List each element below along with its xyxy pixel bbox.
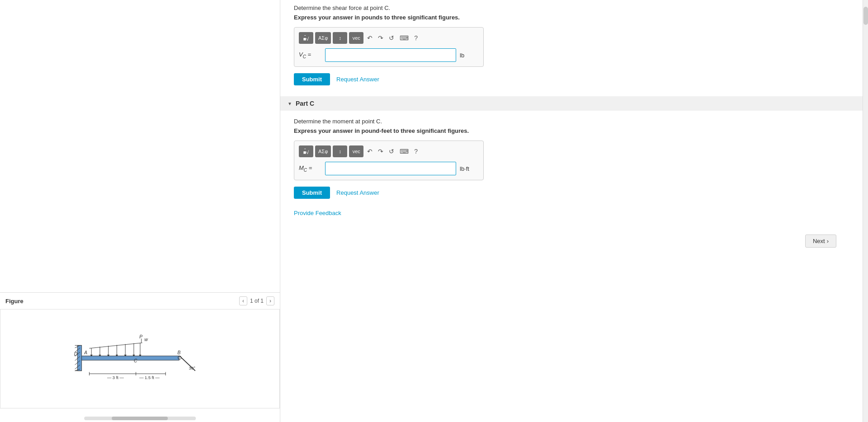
partb-request-answer-link[interactable]: Request Answer <box>336 76 379 83</box>
partc-toolbar-fraction-btn[interactable]: ■̄√ <box>299 145 313 157</box>
partb-unit: lb <box>460 52 464 59</box>
partb-refresh-btn[interactable]: ↺ <box>387 32 396 44</box>
beam-diagram: D A C B <box>68 321 212 389</box>
partb-submit-button[interactable]: Submit <box>294 73 330 85</box>
svg-text:D: D <box>74 352 77 356</box>
partb-help-btn[interactable]: ? <box>412 32 420 44</box>
partc-submit-button[interactable]: Submit <box>294 187 330 199</box>
bottom-navigation: Next › <box>294 234 854 248</box>
svg-text:B: B <box>177 350 180 355</box>
figure-section: Figure ‹ 1 of 1 › <box>0 292 280 408</box>
partc-toolbar-vec-btn[interactable]: vec <box>349 145 363 157</box>
next-chevron-icon: › <box>827 238 829 244</box>
svg-text:— 3 ft —: — 3 ft — <box>107 375 124 380</box>
figure-page-indicator: 1 of 1 <box>250 298 264 304</box>
figure-nav: ‹ 1 of 1 › <box>239 296 274 305</box>
figure-image-container: D A C B <box>0 309 279 400</box>
partc-toolbar: ■̄√ ΑΣφ ↕ vec ↶ ↷ <box>299 145 479 157</box>
partb-input-label: VC = <box>299 51 321 59</box>
figure-next-button[interactable]: › <box>266 296 274 305</box>
partc-toolbar-arrow-btn[interactable]: ↕ <box>333 145 347 157</box>
figure-header: Figure ‹ 1 of 1 › <box>0 292 280 309</box>
partc-help-btn[interactable]: ? <box>412 145 420 157</box>
partb-input-row: VC = lb <box>299 48 479 62</box>
svg-text:30°: 30° <box>189 366 195 370</box>
partc-label: Part C <box>296 100 314 107</box>
partb-toolbar-vec-btn[interactable]: vec <box>349 32 363 44</box>
partb-math-container: ■̄√ ΑΣφ ↕ vec ↶ ↷ <box>294 27 484 67</box>
svg-text:P: P <box>139 334 142 339</box>
partb-question1: Determine the shear force at point C. <box>294 5 854 11</box>
svg-text:— 1.5 ft —: — 1.5 ft — <box>139 375 160 380</box>
svg-rect-10 <box>81 356 179 360</box>
svg-text:w: w <box>144 337 148 342</box>
part-c-section: Determine the moment at point C. Express… <box>294 118 854 199</box>
partb-redo-btn[interactable]: ↷ <box>376 32 385 44</box>
feedback-section: Provide Feedback <box>294 210 854 225</box>
partc-toolbar-greek-btn[interactable]: ΑΣφ <box>315 145 331 157</box>
partb-toolbar-fraction-btn[interactable]: ■̄√ <box>299 32 313 44</box>
partc-input-field[interactable] <box>325 162 456 175</box>
provide-feedback-link[interactable]: Provide Feedback <box>294 210 341 216</box>
svg-text:A: A <box>84 350 87 355</box>
partb-toolbar: ■̄√ ΑΣφ ↕ vec ↶ ↷ <box>299 32 479 44</box>
right-scrollbar[interactable] <box>863 0 868 422</box>
figure-title: Figure <box>5 298 24 305</box>
partc-submit-row: Submit Request Answer <box>294 187 854 199</box>
figure-prev-button[interactable]: ‹ <box>239 296 247 305</box>
partb-undo-btn[interactable]: ↶ <box>365 32 374 44</box>
partc-keyboard-btn[interactable]: ⌨ <box>398 145 410 157</box>
partc-collapse-arrow[interactable]: ▼ <box>288 101 292 106</box>
partb-keyboard-btn[interactable]: ⌨ <box>398 32 410 44</box>
partc-undo-btn[interactable]: ↶ <box>365 145 374 157</box>
partc-refresh-btn[interactable]: ↺ <box>387 145 396 157</box>
svg-line-15 <box>89 343 142 348</box>
partc-math-container: ■̄√ ΑΣφ ↕ vec ↶ ↷ <box>294 141 484 180</box>
part-b-section: Determine the shear force at point C. Ex… <box>294 5 854 85</box>
partb-toolbar-greek-btn[interactable]: ΑΣφ <box>315 32 331 44</box>
partb-toolbar-arrow-btn[interactable]: ↕ <box>333 32 347 44</box>
figure-scroll-area[interactable]: D A C B <box>0 309 280 408</box>
partc-unit: lb·ft <box>460 165 469 172</box>
left-panel: Figure ‹ 1 of 1 › <box>0 0 280 422</box>
partc-redo-btn[interactable]: ↷ <box>376 145 385 157</box>
partc-input-row: MC = lb·ft <box>299 162 479 175</box>
partc-question2: Express your answer in pound-feet to thr… <box>294 127 854 134</box>
right-panel: Determine the shear force at point C. Ex… <box>280 0 868 422</box>
partc-question1: Determine the moment at point C. <box>294 118 854 125</box>
next-button[interactable]: Next › <box>805 234 836 248</box>
partb-input-field[interactable] <box>325 48 456 62</box>
svg-text:C: C <box>133 358 137 363</box>
partb-question2: Express your answer in pounds to three s… <box>294 14 854 21</box>
part-c-header: ▼ Part C <box>280 96 868 111</box>
partc-request-answer-link[interactable]: Request Answer <box>336 189 379 196</box>
partb-submit-row: Submit Request Answer <box>294 73 854 85</box>
partc-input-label: MC = <box>299 164 321 173</box>
